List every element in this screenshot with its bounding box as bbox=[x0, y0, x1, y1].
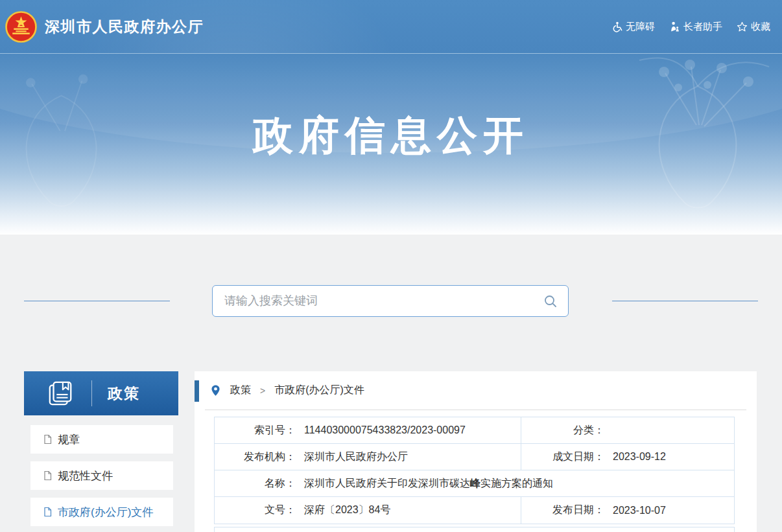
elder-icon bbox=[669, 21, 680, 32]
sidebar-item-label: 规范性文件 bbox=[58, 468, 113, 483]
search-button[interactable] bbox=[542, 293, 559, 310]
sidebar: 政策 规章 规范性文件 bbox=[24, 371, 178, 532]
written-date-value: 2023-09-12 bbox=[613, 451, 666, 463]
document-icon bbox=[43, 507, 53, 517]
sidebar-items: 规章 规范性文件 市政府(办公厅)文件 bbox=[24, 425, 178, 526]
issuer-cell: 发布机构： 深圳市人民政府办公厅 bbox=[215, 444, 521, 470]
sidebar-header-label: 政策 bbox=[108, 384, 140, 404]
index-number-cell: 索引号： 114403000075433823/2023-00097 bbox=[215, 417, 521, 443]
sidebar-header: 政策 bbox=[24, 371, 178, 415]
page: 深圳市人民政府办公厅 无障碍 长者助手 bbox=[0, 0, 782, 532]
location-pin-icon bbox=[210, 384, 221, 397]
search-icon bbox=[543, 294, 558, 309]
index-number-value: 114403000075433823/2023-00097 bbox=[304, 424, 466, 436]
category-label: 分类： bbox=[521, 424, 604, 437]
publish-date-label: 发布日期： bbox=[521, 503, 604, 517]
sidebar-header-divider bbox=[91, 380, 92, 406]
sidebar-item-municipal-government-documents[interactable]: 市政府(办公厅)文件 bbox=[30, 498, 173, 526]
document-icon bbox=[43, 470, 53, 481]
search-section bbox=[0, 235, 782, 371]
document-name-highlight: 峰 bbox=[470, 478, 480, 489]
site-header: 深圳市人民政府办公厅 无障碍 长者助手 bbox=[0, 0, 782, 54]
star-icon bbox=[737, 21, 748, 32]
table-row: 发布机构： 深圳市人民政府办公厅 成文日期： 2023-09-12 bbox=[215, 444, 734, 470]
document-name-cell: 名称： 深圳市人民政府关于印发深圳市碳达峰实施方案的通知 bbox=[215, 470, 734, 496]
sidebar-item-normative-documents[interactable]: 规范性文件 bbox=[30, 461, 173, 490]
document-number-value: 深府〔2023〕84号 bbox=[304, 503, 390, 517]
breadcrumb: 政策 > 市政府(办公厅)文件 bbox=[205, 371, 746, 410]
banner: 政府信息公开 bbox=[0, 54, 782, 235]
page-title: 政府信息公开 bbox=[0, 108, 782, 163]
decorative-line-right bbox=[612, 301, 758, 301]
breadcrumb-separator: > bbox=[260, 386, 265, 396]
document-name-text: 实施方案的通知 bbox=[480, 478, 553, 489]
breadcrumb-accent-bar bbox=[195, 380, 199, 402]
header-utility-links: 无障碍 长者助手 收藏 bbox=[611, 21, 770, 33]
accessibility-link[interactable]: 无障碍 bbox=[611, 21, 655, 33]
issuer-label: 发布机构： bbox=[215, 450, 296, 464]
favorite-label: 收藏 bbox=[751, 21, 770, 33]
main-panel: 政策 > 市政府(办公厅)文件 索引号： 114403000075433823/… bbox=[195, 371, 757, 532]
search-box bbox=[212, 285, 569, 317]
book-icon bbox=[47, 380, 75, 407]
sidebar-item-label: 市政府(办公厅)文件 bbox=[58, 505, 153, 520]
document-name-label: 名称： bbox=[215, 477, 296, 491]
publish-date-cell: 发布日期： 2023-10-07 bbox=[521, 497, 734, 524]
document-number-label: 文号： bbox=[215, 503, 296, 517]
table-row: 索引号： 114403000075433823/2023-00097 分类： bbox=[215, 417, 734, 444]
table-row: 名称： 深圳市人民政府关于印发深圳市碳达峰实施方案的通知 bbox=[215, 470, 734, 497]
favorite-link[interactable]: 收藏 bbox=[737, 21, 770, 33]
table-row-partial bbox=[214, 527, 735, 532]
written-date-label: 成文日期： bbox=[521, 450, 604, 464]
search-input[interactable] bbox=[224, 294, 542, 308]
sidebar-item-regulations[interactable]: 规章 bbox=[30, 425, 173, 454]
publish-date-value: 2023-10-07 bbox=[613, 505, 666, 516]
document-icon bbox=[43, 434, 53, 445]
table-row: 文号： 深府〔2023〕84号 发布日期： 2023-10-07 bbox=[215, 497, 734, 524]
document-name-value: 深圳市人民政府关于印发深圳市碳达峰实施方案的通知 bbox=[304, 477, 553, 491]
accessibility-label: 无障碍 bbox=[626, 21, 655, 33]
document-info-table: 索引号： 114403000075433823/2023-00097 分类： 发… bbox=[214, 417, 735, 524]
breadcrumb-current[interactable]: 市政府(办公厅)文件 bbox=[274, 384, 364, 397]
written-date-cell: 成文日期： 2023-09-12 bbox=[521, 444, 734, 470]
sidebar-item-label: 规章 bbox=[58, 432, 80, 447]
decorative-line-left bbox=[24, 301, 170, 301]
document-name-text: 深圳市人民政府关于印发深圳市碳达 bbox=[304, 478, 470, 489]
document-number-cell: 文号： 深府〔2023〕84号 bbox=[215, 497, 521, 524]
national-emblem-logo bbox=[5, 11, 37, 43]
elder-assistant-label: 长者助手 bbox=[683, 21, 722, 33]
elder-assistant-link[interactable]: 长者助手 bbox=[669, 21, 722, 33]
content: 政策 规章 规范性文件 bbox=[0, 371, 782, 532]
site-title: 深圳市人民政府办公厅 bbox=[45, 17, 204, 37]
wheelchair-icon bbox=[611, 21, 622, 32]
site-identity: 深圳市人民政府办公厅 bbox=[5, 11, 204, 43]
breadcrumb-root[interactable]: 政策 bbox=[230, 384, 251, 397]
index-number-label: 索引号： bbox=[215, 424, 296, 437]
category-cell: 分类： bbox=[521, 417, 734, 443]
issuer-value: 深圳市人民政府办公厅 bbox=[304, 450, 408, 464]
